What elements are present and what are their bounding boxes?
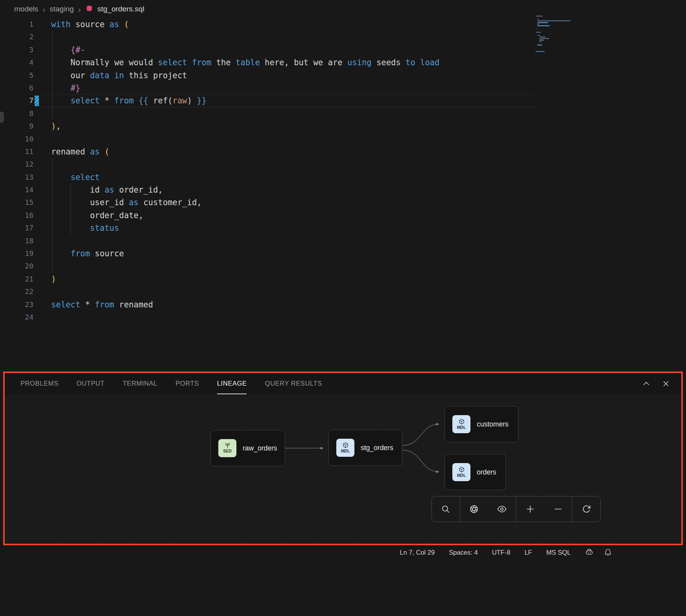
line-number: 15: [0, 196, 41, 209]
code-line-10[interactable]: [51, 133, 686, 145]
status-bar: Ln 7, Col 29 Spaces: 4 UTF-8 LF MS SQL: [0, 546, 686, 559]
code-line-22[interactable]: [51, 285, 686, 298]
left-edge-marker: [0, 112, 4, 123]
copilot-icon[interactable]: [585, 548, 594, 557]
line-number: 17: [0, 222, 41, 234]
lineage-node-orders[interactable]: MDL orders: [444, 454, 506, 490]
line-number: 21: [0, 273, 41, 285]
breadcrumb-item-staging[interactable]: staging: [50, 5, 74, 13]
line-number: 10: [0, 133, 41, 145]
line-number: 12: [0, 158, 41, 171]
panel-tab-query-results[interactable]: QUERY RESULTS: [265, 373, 322, 394]
breadcrumb-item-models[interactable]: models: [14, 5, 38, 13]
panel-tab-terminal[interactable]: TERMINAL: [123, 373, 157, 394]
model-icon: MDL: [452, 463, 470, 481]
sql-file-icon: [85, 5, 93, 13]
code-line-5[interactable]: our data in this project: [51, 69, 686, 82]
line-number: 13: [0, 171, 41, 184]
line-number: 14: [0, 184, 41, 196]
minimap[interactable]: [536, 16, 601, 55]
code-line-20[interactable]: [51, 260, 686, 272]
code-line-7[interactable]: select * from {{ ref(raw) }}: [51, 94, 686, 107]
lineage-toolbar: [432, 496, 601, 522]
line-number: 11: [0, 145, 41, 158]
code-line-11[interactable]: renamed as (: [51, 145, 686, 158]
code-line-8[interactable]: [51, 107, 686, 120]
code-line-19[interactable]: from source: [51, 247, 686, 260]
model-icon: MDL: [452, 415, 470, 433]
code-line-12[interactable]: [51, 158, 686, 171]
modified-line-marker: [35, 96, 39, 106]
code-line-6[interactable]: #}: [51, 82, 686, 94]
lineage-canvas[interactable]: SED raw_orders MDL stg_orders MDL: [5, 394, 681, 544]
panel-tab-output[interactable]: OUTPUT: [77, 373, 105, 394]
line-number: 22: [0, 285, 41, 298]
indent-guide: [52, 31, 53, 120]
status-encoding[interactable]: UTF-8: [492, 549, 511, 556]
editor-gutter: 123456789101112131415161718192021222324: [0, 18, 41, 324]
line-number: 24: [0, 311, 41, 324]
badge-label: MDL: [457, 425, 466, 430]
line-number: 1: [0, 18, 41, 31]
panel-tab-ports[interactable]: PORTS: [175, 373, 199, 394]
code-line-18[interactable]: [51, 235, 686, 247]
search-button[interactable]: [432, 496, 460, 522]
badge-label: SED: [223, 449, 232, 453]
code-line-17[interactable]: status: [51, 222, 686, 234]
code-line-4[interactable]: Normally we would select from the table …: [51, 56, 686, 69]
node-label: raw_orders: [243, 444, 277, 452]
status-cursor-position[interactable]: Ln 7, Col 29: [400, 549, 435, 556]
breadcrumb-file[interactable]: stg_orders.sql: [98, 5, 144, 13]
indent-guide: [70, 184, 71, 235]
line-number: 20: [0, 260, 41, 272]
line-number: 23: [0, 298, 41, 311]
status-indentation[interactable]: Spaces: 4: [449, 549, 478, 556]
badge-label: MDL: [457, 473, 466, 478]
code-line-23[interactable]: select * from renamed: [51, 298, 686, 311]
lineage-node-raw-orders[interactable]: SED raw_orders: [210, 430, 285, 466]
code-line-15[interactable]: user_id as customer_id,: [51, 196, 686, 209]
line-number: 3: [0, 44, 41, 56]
status-language-mode[interactable]: MS SQL: [546, 549, 571, 556]
node-label: stg_orders: [361, 444, 393, 452]
line-number: 8: [0, 107, 41, 120]
panel-tab-lineage[interactable]: LINEAGE: [217, 373, 247, 394]
zoom-in-button[interactable]: [516, 496, 544, 522]
code-line-14[interactable]: id as order_id,: [51, 184, 686, 196]
line-number: 9: [0, 120, 41, 132]
visibility-button[interactable]: [488, 496, 516, 522]
lineage-node-stg-orders[interactable]: MDL stg_orders: [328, 430, 402, 466]
breadcrumb-separator: ›: [42, 5, 45, 13]
code-editor[interactable]: 123456789101112131415161718192021222324 …: [0, 18, 686, 371]
panel-header: PROBLEMSOUTPUTTERMINALPORTSLINEAGEQUERY …: [5, 373, 681, 394]
code-lines[interactable]: with source as ( {#- Normally we would s…: [51, 18, 686, 324]
line-number: 16: [0, 209, 41, 222]
aperture-button[interactable]: [460, 496, 488, 522]
refresh-button[interactable]: [572, 496, 600, 522]
model-icon: MDL: [336, 439, 354, 457]
panel-tab-problems[interactable]: PROBLEMS: [20, 373, 59, 394]
seed-icon: SED: [218, 439, 236, 457]
code-line-9[interactable]: ),: [51, 120, 686, 132]
code-line-16[interactable]: order_date,: [51, 209, 686, 222]
indent-guide: [52, 158, 53, 273]
node-label: customers: [477, 420, 509, 428]
line-number: 5: [0, 69, 41, 82]
notifications-bell-icon[interactable]: [604, 548, 612, 557]
zoom-out-button[interactable]: [544, 496, 572, 522]
line-number: 19: [0, 247, 41, 260]
code-line-24[interactable]: [51, 311, 686, 324]
badge-label: MDL: [341, 449, 350, 453]
line-number: 2: [0, 31, 41, 43]
status-eol[interactable]: LF: [524, 549, 532, 556]
bottom-panel: PROBLEMSOUTPUTTERMINALPORTSLINEAGEQUERY …: [5, 373, 681, 544]
maximize-panel-button[interactable]: [642, 379, 651, 388]
lineage-node-customers[interactable]: MDL customers: [444, 406, 518, 442]
close-panel-button[interactable]: [662, 379, 670, 388]
code-line-13[interactable]: select: [51, 171, 686, 184]
node-label: orders: [477, 468, 496, 476]
code-line-21[interactable]: ): [51, 273, 686, 285]
line-number: 4: [0, 56, 41, 69]
breadcrumb-separator: ›: [78, 5, 81, 13]
panel-tabs: PROBLEMSOUTPUTTERMINALPORTSLINEAGEQUERY …: [20, 373, 322, 394]
